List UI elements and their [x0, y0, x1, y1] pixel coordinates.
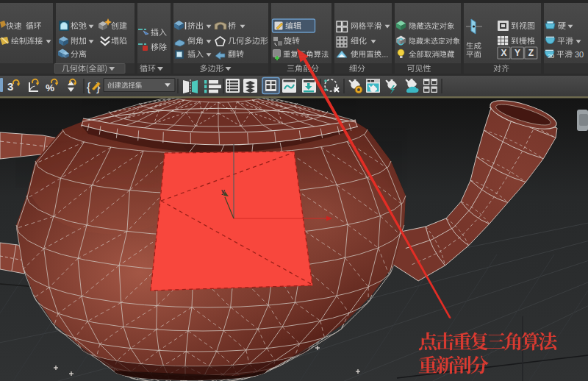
svg-text:30: 30	[575, 50, 584, 59]
svg-text:{: {	[87, 81, 91, 93]
svg-text:Y: Y	[514, 48, 520, 58]
svg-text:X: X	[501, 48, 506, 58]
svg-text:30: 30	[548, 53, 554, 60]
svg-text:3: 3	[7, 80, 13, 93]
svg-text:%: %	[46, 82, 54, 93]
svg-text:y: y	[221, 188, 225, 195]
svg-text:Z: Z	[528, 48, 534, 58]
